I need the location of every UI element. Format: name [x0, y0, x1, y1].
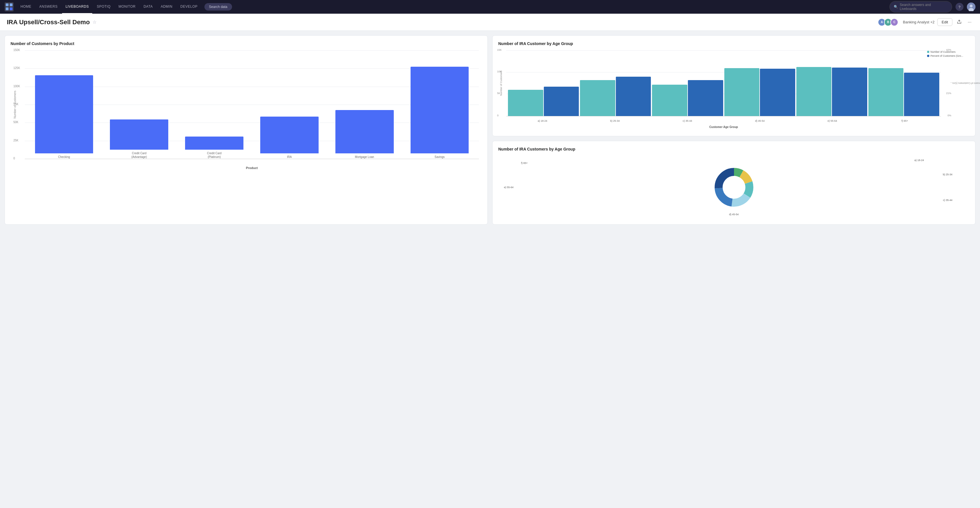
bar-25-34-dark: [616, 77, 651, 116]
bar-ira: IRA: [253, 51, 326, 159]
nav-spotiq[interactable]: SPOTIQ: [93, 0, 114, 14]
more-options-button[interactable]: ···: [966, 19, 973, 26]
nav-home[interactable]: HOME: [17, 0, 35, 14]
search-liveboards-input[interactable]: 🔍 Search answers and Liveboards: [889, 1, 952, 13]
legend-item-pct: Percent of Customers (Gro...: [927, 54, 963, 57]
nav-admin[interactable]: ADMIN: [157, 0, 176, 14]
favorite-star-icon[interactable]: ☆: [92, 19, 97, 25]
combo-group-45-54: [724, 51, 795, 116]
x-label-65plus: f) 65+: [869, 120, 941, 122]
user-avatar[interactable]: [967, 3, 975, 11]
nav-data[interactable]: DATA: [140, 0, 156, 14]
search-data-button[interactable]: Search data: [204, 3, 232, 11]
chart1-x-label-text: Product: [246, 166, 258, 169]
donut-label-45-54: d) 45-54: [729, 213, 739, 216]
chart1-y-tick-0: 0: [13, 157, 15, 160]
edit-button[interactable]: Edit: [937, 18, 952, 26]
svg-rect-4: [10, 7, 13, 10]
chart1-x-axis-label: Product: [25, 165, 479, 170]
bar-savings-label: Savings: [434, 155, 445, 159]
chart2-plot-area: 15K 42% 10K 5K 21% 0 0%: [506, 51, 941, 116]
x-label-35-44: c) 35-44: [651, 120, 724, 122]
nav-answers[interactable]: ANSWERS: [36, 0, 61, 14]
nav-liveboards[interactable]: LIVEBOARDS: [62, 0, 92, 14]
search-icon: 🔍: [894, 5, 898, 9]
chart2-x-axis-label: Customer Age Group: [506, 124, 941, 129]
combo-group-25-34: [580, 51, 651, 116]
svg-point-6: [970, 5, 973, 7]
analyst-label: Banking Analyst +2: [903, 20, 934, 24]
chart3-title: Number of IRA Customers by Age Group: [498, 147, 969, 152]
legend-item-customers: Number of Customers: [927, 51, 963, 53]
bar-cc-platinum-label: Credit Card(Platinum): [207, 152, 221, 159]
help-button[interactable]: ?: [956, 3, 964, 11]
donut-label-65plus: f) 65+: [521, 161, 528, 165]
bar-savings: Savings: [403, 51, 476, 159]
share-button[interactable]: [955, 18, 963, 26]
combo-group-65plus: [869, 51, 939, 116]
bar-mortgage-label: Mortgage Loan: [355, 155, 374, 159]
x-label-25-34: b) 25-34: [579, 120, 651, 122]
chart1-plot-area: 150K 125K 100K 75K 5: [25, 51, 479, 159]
x-label-45-54: d) 45-54: [724, 120, 796, 122]
chart-ira-donut: Number of IRA Customers by Age Group: [492, 141, 975, 225]
bar-65plus-dark: [904, 73, 939, 116]
bar-45-54-dark: [760, 69, 795, 116]
legend-label-customers: Number of Customers: [931, 51, 956, 53]
chart2-bars: [506, 51, 941, 116]
chart2-legend: Number of Customers Percent of Customers…: [927, 51, 963, 57]
chart2-title: Number of IRA Customer by Age Group: [498, 42, 969, 46]
search-placeholder: Search answers and Liveboards: [900, 3, 948, 11]
donut-label-35-44: c) 35-44: [943, 199, 952, 201]
bar-18-24-light: [508, 90, 543, 116]
nav-monitor[interactable]: MONITOR: [115, 0, 139, 14]
nav-develop[interactable]: DEVELOP: [177, 0, 201, 14]
svg-rect-1: [6, 3, 8, 6]
svg-rect-3: [6, 7, 8, 10]
bar-cc-advantage-fill: [110, 120, 168, 150]
legend-dot-pct: [927, 55, 929, 57]
donut-label-18-24: a) 18-24: [914, 159, 924, 161]
bar-savings-fill: [410, 67, 469, 153]
bar-checking-label: Checking: [58, 155, 70, 159]
navbar: HOME ANSWERS LIVEBOARDS SPOTIQ MONITOR D…: [0, 0, 980, 14]
legend-label-pct: Percent of Customers (Gro...: [931, 54, 963, 57]
app-logo[interactable]: [5, 2, 14, 11]
dashboard-grid: Number of Customers by Product Number of…: [0, 31, 980, 229]
donut-labels: a) 18-24 b) 25-34 c) 35-44 d) 45-54 e) 5…: [498, 156, 969, 219]
bar-mortgage-fill: [336, 110, 394, 153]
collaborators-avatars: A B C: [880, 18, 898, 26]
chart-ira-by-age-combo: Number of IRA Customer by Age Group Numb…: [492, 35, 975, 136]
bar-55-64-dark: [832, 67, 867, 116]
chart1-y-tick-125k: 125K: [13, 66, 20, 70]
bar-ira-fill: [260, 117, 318, 153]
bar-35-44-dark: [688, 80, 723, 116]
chart1-y-tick-50k: 50K: [13, 121, 19, 124]
bar-65plus-light: [869, 68, 904, 116]
legend-dot-customers: [927, 51, 929, 53]
x-label-18-24: a) 18-24: [506, 120, 579, 122]
page-header: IRA Upsell/Cross-Sell Demo ☆ A B C Banki…: [0, 14, 980, 31]
bar-45-54-light: [724, 68, 760, 116]
bar-cc-advantage: Credit Card(Advantage): [103, 51, 176, 159]
bar-cc-advantage-label: Credit Card(Advantage): [132, 152, 147, 159]
page-title: IRA Upsell/Cross-Sell Demo: [7, 19, 90, 26]
chart1-bars: Checking Credit Card(Advantage) Credit C…: [25, 51, 479, 159]
chart2-x-label-text: Customer Age Group: [709, 125, 738, 129]
svg-rect-2: [10, 3, 13, 6]
combo-group-55-64: [796, 51, 867, 116]
chart1-title: Number of Customers by Product: [11, 42, 482, 46]
header-right: A B C Banking Analyst +2 Edit ···: [880, 18, 973, 26]
chart-customers-by-product: Number of Customers by Product Number of…: [5, 35, 488, 225]
combo-group-35-44: [652, 51, 723, 116]
bar-mortgage: Mortgage Loan: [328, 51, 401, 159]
bar-ira-label: IRA: [287, 155, 292, 159]
bar-checking-fill: [35, 75, 93, 153]
right-column: Number of IRA Customer by Age Group Numb…: [492, 35, 975, 225]
chart3-area: a) 18-24 b) 25-34 c) 35-44 d) 45-54 e) 5…: [498, 156, 969, 219]
bar-cc-platinum: Credit Card(Platinum): [178, 51, 251, 159]
chart2-right-y-label: Percent of Customers (Gro...: [950, 82, 980, 85]
donut-label-25-34: b) 25-34: [943, 173, 952, 176]
chart2-x-labels: a) 18-24 b) 25-34 c) 35-44 d) 45-54 e) 5…: [506, 120, 941, 122]
combo-group-18-24: [508, 51, 579, 116]
